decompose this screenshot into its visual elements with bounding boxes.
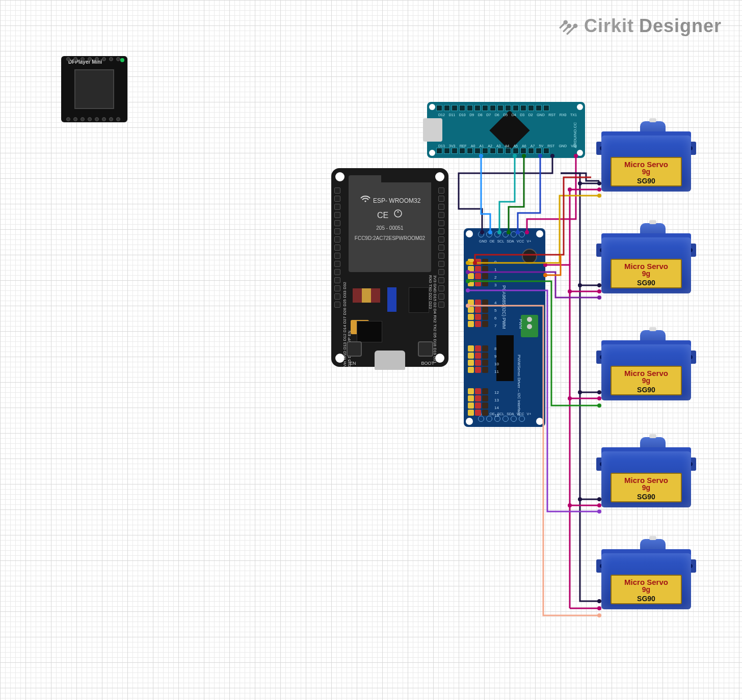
servo-sticker: Micro Servo 9g SG90 <box>611 259 682 288</box>
pca-servo-block-8-11 <box>468 345 493 383</box>
component-servo-3[interactable]: Micro Servo 9g SG90 <box>601 336 693 413</box>
component-dfplayer[interactable]: DFPlayer Mini <box>61 56 127 122</box>
usb-micro-icon <box>375 351 405 370</box>
esp32-en-label: EN <box>350 361 356 366</box>
svg-point-0 <box>564 21 567 23</box>
component-arduino-nano[interactable]: D12D11D10D9D8D7D6D5D4D3D2GNDRSTRX0TX1 D1… <box>427 102 585 158</box>
pca-pwm-label: PWM <box>518 319 523 329</box>
esp32-fcc: FCC9D:2AC72ESPWROOM02 <box>349 234 431 243</box>
dfplayer-pins-bottom <box>66 117 120 121</box>
esp32-boot-button[interactable] <box>418 341 433 357</box>
pca-header-top <box>478 231 534 239</box>
regulator-icon <box>357 321 382 342</box>
pca-servo-block-12-15 <box>468 388 493 418</box>
logo-icon <box>558 14 579 38</box>
component-servo-5[interactable]: Micro Servo 9g SG90 <box>601 545 693 622</box>
pca-servo-block-0-3 <box>468 259 493 294</box>
pca-toplabels: GNDOESCLSDAVCCV+ <box>479 239 531 243</box>
led-icon <box>120 58 124 62</box>
pca-channels-4-7: 4567 <box>494 301 496 328</box>
svg-point-3 <box>364 200 366 202</box>
capacitor-icon <box>522 249 537 264</box>
pca-channels-0-3: 0123 <box>494 260 496 287</box>
pca-servo-block-4-7 <box>468 300 493 335</box>
servo-sticker: Micro Servo 9g SG90 <box>611 366 682 395</box>
logo-brand: Cirkit <box>584 15 634 37</box>
esp32-components <box>350 285 430 321</box>
servo-sticker: Micro Servo 9g SG90 <box>611 575 682 604</box>
esp32-header-right <box>438 187 445 336</box>
app-logo: Cirkit Designer <box>558 14 722 38</box>
nano-header-top <box>436 105 577 112</box>
pca-addr-label: PWM/Servo Driver – I2C interface <box>517 355 521 416</box>
component-pca9685[interactable]: GNDOESCLSDAVCCV+ GNDOESCLSDAVCCV+ PCA968… <box>464 228 545 427</box>
nano-pinlabels-bottom: D133V3REFA0A1A2A3A4A5A6A75VRSTGNDVIN <box>438 144 577 148</box>
pca9685-chip-icon <box>496 335 514 381</box>
nano-pinlabels-top: D12D11D10D9D8D7D6D5D4D3D2GNDRSTRX0TX1 <box>438 113 577 117</box>
component-servo-2[interactable]: Micro Servo 9g SG90 <box>601 229 693 306</box>
recycle-icon <box>393 209 403 218</box>
esp32-boot-label: BOOT <box>421 361 434 366</box>
logo-product: Designer <box>639 15 722 37</box>
pca-name: PCA9685 (I2C) PWM <box>501 285 507 329</box>
component-servo-1[interactable]: Micro Servo 9g SG90 <box>601 127 693 204</box>
dfplayer-pins-top <box>66 57 120 61</box>
pca-channels-12-15: 12131415 <box>494 390 499 418</box>
sdcard-slot-icon <box>74 69 114 109</box>
esp32-shield: ESP- WROOM32 CE 205 - 00051 FCC9D:2AC72E… <box>349 175 431 272</box>
servo-sticker: Micro Servo 9g SG90 <box>611 473 682 502</box>
esp32-en-button[interactable] <box>347 341 362 357</box>
wifi-icon <box>359 194 372 203</box>
component-esp32[interactable]: ESP- WROOM32 CE 205 - 00051 FCC9D:2AC72E… <box>331 168 448 367</box>
nano-brand: ARDUINO.CC <box>573 122 578 149</box>
usb-mini-icon <box>423 118 442 142</box>
servo-sticker: Micro Servo 9g SG90 <box>611 157 682 186</box>
svg-point-2 <box>574 24 576 27</box>
esp32-shield-title: ESP- WROOM32 <box>373 197 420 204</box>
esp32-header-left <box>334 187 341 336</box>
screw-terminal-icon <box>521 315 538 337</box>
svg-point-1 <box>568 24 570 27</box>
nano-header-bottom <box>436 148 577 155</box>
cert-icons: CE <box>349 209 431 222</box>
component-servo-4[interactable]: Micro Servo 9g SG90 <box>601 443 693 520</box>
pca-channels-8-11: 891011 <box>494 346 499 374</box>
esp32-cert: 205 - 00051 <box>349 224 431 232</box>
